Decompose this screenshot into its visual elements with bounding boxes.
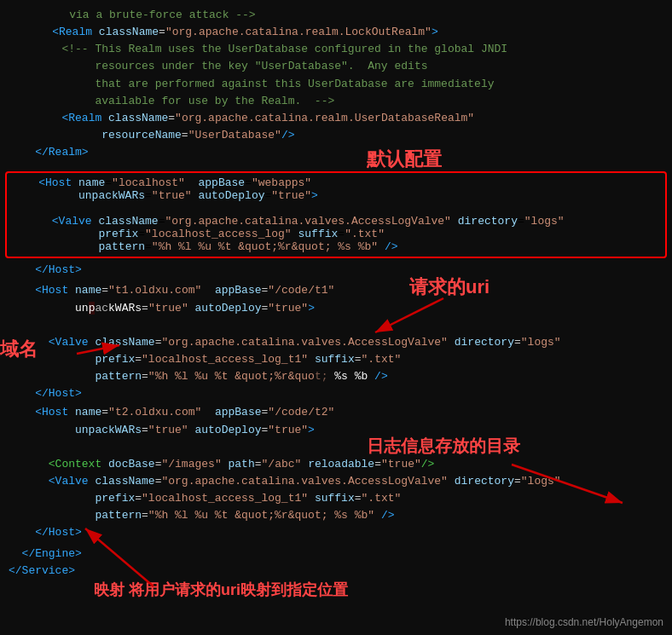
- host1-valve2: prefix="localhost_access_log" suffix=".t…: [12, 228, 660, 240]
- host3-valve2: prefix="localhost_access_log_t1" suffix=…: [9, 490, 663, 507]
- host1-close: </Host>: [0, 262, 672, 280]
- host2-valve1: <Valve className="org.apache.catalina.va…: [9, 334, 663, 351]
- host3-valve1: <Valve className="org.apache.catalina.va…: [9, 473, 663, 490]
- host1-line1: <Host name="localhost" appBase="webapps": [12, 176, 660, 189]
- host3-close-tag: </Host>: [9, 524, 663, 541]
- host3-line1: <Host name="t2.oldxu.com" appBase="/code…: [9, 404, 663, 421]
- line-comment1: <!-- This Realm uses the UserDatabase co…: [9, 41, 663, 58]
- service-close: </Service>: [9, 563, 663, 580]
- host1-valve3: pattern="%h %l %u %t &quot;%r&quot; %s %…: [12, 240, 660, 253]
- csdn-link: https://blog.csdn.net/HolyAngemon: [505, 616, 663, 628]
- line-comment4: available for use by the Realm. -->: [9, 93, 663, 110]
- host1-line2: unpackWARs="true" autoDeploy="true">: [12, 189, 660, 202]
- host1-valve1: <Valve className="org.apache.catalina.va…: [12, 215, 660, 228]
- line-realm2b: resourceName="UserDatabase"/>: [9, 127, 663, 144]
- host1-blank: [12, 202, 660, 215]
- host3-context: <Context docBase="/images" path="/abc" r…: [9, 456, 663, 473]
- closing-tags: </Engine> </Service>: [0, 542, 672, 586]
- code-display: via a brute-force attack --> <Realm clas…: [0, 0, 672, 168]
- host2-valve3: pattern="%h %l %u %t &quot;%r&quot; %s %…: [9, 368, 663, 385]
- host2-block: <Host name="t1.oldxu.com" appBase="/code…: [0, 280, 672, 402]
- line-comment3: that are performed against this UserData…: [9, 76, 663, 93]
- host2-close-tag: </Host>: [9, 385, 663, 402]
- line-realm-close: </Realm>: [9, 144, 663, 161]
- host2-blank: [9, 317, 663, 334]
- host3-valve3: pattern="%h %l %u %t &quot;%r&quot; %s %…: [9, 507, 663, 524]
- line-brute: via a brute-force attack -->: [9, 7, 663, 24]
- line-lockout: <Realm className="org.apache.catalina.re…: [9, 24, 663, 41]
- engine-close: </Engine>: [9, 546, 663, 563]
- host3-line2: unpackWARs="true" autoDeploy="true">: [9, 422, 663, 439]
- host3-blank: [9, 439, 663, 456]
- host1-close-tag: </Host>: [9, 262, 663, 279]
- host2-valve2: prefix="localhost_access_log_t1" suffix=…: [9, 351, 663, 368]
- line-realm2: <Realm className="org.apache.catalina.re…: [9, 110, 663, 127]
- host2-line1: <Host name="t1.oldxu.com" appBase="/code…: [9, 282, 663, 299]
- host2-line2: unpackWARs="true" autoDeploy="true">: [9, 300, 663, 317]
- host3-block: <Host name="t2.oldxu.com" appBase="/code…: [0, 402, 672, 541]
- host1-block: <Host name="localhost" appBase="webapps"…: [5, 171, 667, 258]
- line-comment2: resources under the key "UserDatabase". …: [9, 58, 663, 75]
